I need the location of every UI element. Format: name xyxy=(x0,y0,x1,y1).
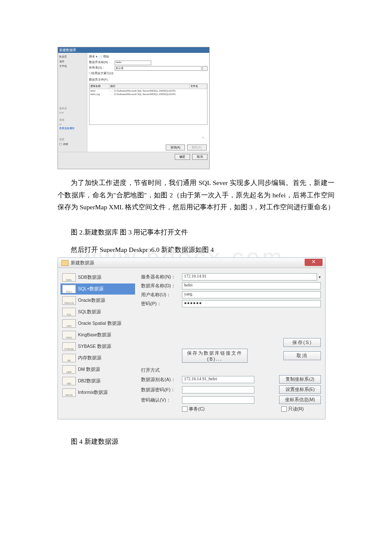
ds-oracle-spatial[interactable]: OROOracle Spatial 数据源 xyxy=(61,318,135,329)
figure-4-new-datasource-dialog: 新建数据源 ✕ SDB+SDB数据源 SQL+SQL+数据源 ORACLEOra… xyxy=(58,257,326,419)
ds-sqlplus[interactable]: SQL+SQL+数据源 xyxy=(61,283,135,295)
tree-item: 文件组 xyxy=(59,64,86,68)
transaction-checkbox[interactable] xyxy=(182,406,187,412)
save-button[interactable]: 保存(S) xyxy=(283,338,321,347)
datasource-type-list: SDB+SDB数据源 SQL+SQL+数据源 ORACLEOracle数据源 S… xyxy=(61,272,135,414)
tree-item: 选择 xyxy=(59,60,86,64)
db-name-input[interactable]: hefei xyxy=(115,61,151,65)
ds-informix[interactable]: INFORInformix数据源 xyxy=(61,387,135,398)
fig1-main: 脚本 ▾ 📄 帮助 数据库名称(N)：hefei 所有者(O)：默认值… ☐ 使… xyxy=(87,53,209,152)
ds-db2[interactable]: DB2DB2数据源 xyxy=(61,376,135,387)
ds-password-input[interactable] xyxy=(182,386,254,393)
fig4-title-text: 新建数据源 xyxy=(71,260,94,266)
files-table: 逻辑名称路径文件名 hefei… D:\Software\Microsoft S… xyxy=(89,84,208,125)
fig4-title-bar: 新建数据源 xyxy=(58,258,325,268)
tree-item: 数据库 xyxy=(59,55,86,59)
copy-crs-button[interactable]: 复制坐标系(J) xyxy=(279,375,321,384)
ds-sdb[interactable]: SDB+SDB数据源 xyxy=(61,272,135,283)
ds-dm[interactable]: DMPDM 数据源 xyxy=(61,364,135,375)
add-button[interactable]: 添加(A) xyxy=(166,145,185,150)
ds-memory[interactable]: ME内存数据源 xyxy=(61,353,135,364)
owner-input[interactable]: 默认值 xyxy=(115,66,202,71)
view-conn-link[interactable]: 查看连接属性 xyxy=(59,127,86,130)
user-input[interactable]: yang xyxy=(182,291,321,298)
alias-input[interactable]: 172.16.14.91_hefei xyxy=(182,376,254,383)
server-input[interactable]: 172.16.14.91 xyxy=(182,273,317,280)
open-mode-section: 打开方式 xyxy=(141,367,321,373)
pwd-confirm-input[interactable] xyxy=(182,396,254,404)
fig1-tabs[interactable]: 脚本 ▾ 📄 帮助 xyxy=(89,55,208,59)
delete-button[interactable]: 删除(R) xyxy=(187,145,207,150)
section-conn: 连接 xyxy=(59,118,86,122)
ds-sql[interactable]: SQLSQL数据源 xyxy=(61,306,135,318)
savelink-button[interactable]: 保存为数据库链接文件(B)... xyxy=(182,349,248,363)
readonly-checkbox[interactable] xyxy=(281,406,287,412)
figure-1-sql-dialog: 新建数据库 数据库 选择 文件组 服务器 local 连接 sa 查看连接属性 … xyxy=(58,47,210,169)
section-server: 服务器 xyxy=(59,107,86,110)
cursor-icon: ↖ xyxy=(202,136,205,140)
ok-button[interactable]: 确定 xyxy=(175,154,190,160)
paragraph-1: 为了加快工作进度，节省时间，我们通用 SQL Sever 实现多人同步编辑。首先… xyxy=(58,177,334,214)
dbname-input[interactable]: hefei xyxy=(182,282,321,289)
password-input[interactable]: ●●●●●● xyxy=(182,300,321,307)
caption-fig2-3: 图 2.新建数据库 图 3 用记事本打开文件 xyxy=(58,226,334,239)
crs-info-button[interactable]: 坐标系信息(M) xyxy=(279,396,321,404)
set-crs-button[interactable]: 设置坐标系(E) xyxy=(279,385,321,394)
fig1-left-panel: 数据库 选择 文件组 服务器 local 连接 sa 查看连接属性 进度 ◯ 就… xyxy=(58,53,87,152)
ds-oracle[interactable]: ORACLEOracle数据源 xyxy=(61,295,135,306)
close-button[interactable]: ✕ xyxy=(305,259,323,266)
ds-kingbase[interactable]: KINGKingBase数据源 xyxy=(61,330,135,341)
folder-icon xyxy=(61,260,69,266)
ds-sybase[interactable]: SYBASESYBASE 数据源 xyxy=(61,341,135,352)
caption-fig4: 图 4 新建数据源 xyxy=(58,436,334,448)
paragraph-2: 然后打开 SuperMap Deskpro6.0 新建数据源如图 4 xyxy=(58,244,334,256)
cancel-button[interactable]: 取消 xyxy=(283,351,321,360)
cancel-button[interactable]: 取消 xyxy=(192,154,208,160)
fig1-window-title: 新建数据库 xyxy=(58,47,209,53)
